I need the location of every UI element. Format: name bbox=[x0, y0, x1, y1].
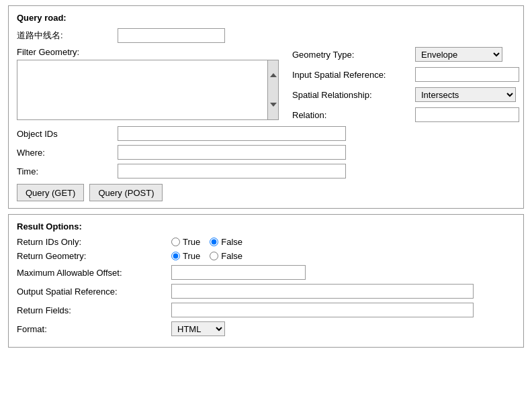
output-spatial-ref-input[interactable] bbox=[171, 284, 474, 299]
return-geometry-true-radio[interactable] bbox=[171, 252, 180, 260]
time-input[interactable] bbox=[118, 164, 346, 178]
return-geometry-radio-group: True False bbox=[171, 251, 242, 261]
return-geometry-false-label[interactable]: False bbox=[210, 251, 242, 261]
geometry-type-row: Geometry Type: Envelope Point Multipoint… bbox=[292, 47, 519, 62]
object-ids-row: Object IDs bbox=[17, 126, 515, 141]
where-input[interactable] bbox=[118, 145, 346, 160]
time-label: Time: bbox=[17, 166, 118, 176]
query-road-section: Query road: 道路中线名: Filter Geometry: Geom… bbox=[8, 5, 524, 209]
time-row: Time: bbox=[17, 164, 515, 178]
geometry-type-select[interactable]: Envelope Point Multipoint Polyline Polyg… bbox=[415, 47, 502, 62]
road-name-input[interactable] bbox=[118, 28, 225, 43]
relation-label: Relation: bbox=[292, 110, 410, 120]
return-ids-only-row: Return IDs Only: True False bbox=[17, 237, 515, 247]
geometry-type-label: Geometry Type: bbox=[292, 50, 410, 60]
max-offset-row: Maximum Allowable Offset: bbox=[17, 265, 515, 280]
spatial-relationship-label: Spatial Relationship: bbox=[292, 90, 410, 100]
result-options-section: Result Options: Return IDs Only: True Fa… bbox=[8, 214, 524, 348]
return-ids-only-true-text: True bbox=[183, 237, 200, 247]
output-spatial-ref-label: Output Spatial Reference: bbox=[17, 287, 171, 297]
road-name-label: 道路中线名: bbox=[17, 30, 118, 42]
spatial-relationship-row: Spatial Relationship: Intersects Contain… bbox=[292, 87, 519, 102]
format-row: Format: HTML JSON JSONP AMF bbox=[17, 321, 515, 336]
return-ids-only-false-radio[interactable] bbox=[210, 238, 218, 246]
result-options-title: Result Options: bbox=[17, 221, 515, 232]
relation-row: Relation: bbox=[292, 107, 519, 122]
road-name-row: 道路中线名: bbox=[17, 28, 515, 43]
object-ids-input[interactable] bbox=[118, 126, 346, 141]
input-spatial-ref-label: Input Spatial Reference: bbox=[292, 70, 410, 80]
return-fields-input[interactable] bbox=[171, 303, 474, 317]
filter-right: Geometry Type: Envelope Point Multipoint… bbox=[292, 47, 519, 122]
max-offset-label: Maximum Allowable Offset: bbox=[17, 268, 171, 278]
format-select[interactable]: HTML JSON JSONP AMF bbox=[171, 321, 225, 336]
return-geometry-row: Return Geometry: True False bbox=[17, 251, 515, 261]
input-spatial-ref-input[interactable] bbox=[415, 67, 519, 82]
return-fields-label: Return Fields: bbox=[17, 305, 171, 315]
query-road-title: Query road: bbox=[17, 13, 515, 23]
where-row: Where: bbox=[17, 145, 515, 160]
return-ids-only-false-label[interactable]: False bbox=[210, 237, 242, 247]
input-spatial-ref-row: Input Spatial Reference: bbox=[292, 67, 519, 82]
return-ids-only-true-radio[interactable] bbox=[171, 238, 180, 246]
scroll-up-arrow[interactable] bbox=[270, 73, 277, 77]
max-offset-input[interactable] bbox=[171, 265, 306, 280]
filter-left: Filter Geometry: bbox=[17, 47, 279, 120]
return-fields-row: Return Fields: bbox=[17, 303, 515, 317]
filter-textarea-wrapper bbox=[17, 60, 279, 120]
filter-geometry-input[interactable] bbox=[17, 60, 278, 119]
scroll-down-arrow[interactable] bbox=[270, 103, 277, 107]
return-ids-only-true-label[interactable]: True bbox=[171, 237, 200, 247]
spatial-relationship-select[interactable]: Intersects Contains Crosses EnvelopeInte… bbox=[415, 87, 516, 102]
return-geometry-true-label[interactable]: True bbox=[171, 251, 200, 261]
return-ids-only-label: Return IDs Only: bbox=[17, 237, 171, 247]
return-geometry-false-radio[interactable] bbox=[210, 252, 218, 260]
return-geometry-false-text: False bbox=[221, 251, 242, 261]
format-label: Format: bbox=[17, 324, 171, 334]
filter-geometry-label: Filter Geometry: bbox=[17, 47, 279, 57]
relation-input[interactable] bbox=[415, 107, 519, 122]
filter-geometry-area: Filter Geometry: Geometry Type: Envelope… bbox=[17, 47, 515, 122]
query-post-button[interactable]: Query (POST) bbox=[89, 184, 163, 201]
return-ids-only-false-text: False bbox=[221, 237, 242, 247]
return-geometry-true-text: True bbox=[183, 251, 200, 261]
scrollbar bbox=[267, 60, 278, 119]
object-ids-label: Object IDs bbox=[17, 129, 118, 139]
where-label: Where: bbox=[17, 148, 118, 158]
return-geometry-label: Return Geometry: bbox=[17, 251, 171, 261]
query-buttons-row: Query (GET) Query (POST) bbox=[17, 184, 515, 201]
return-ids-only-radio-group: True False bbox=[171, 237, 242, 247]
output-spatial-ref-row: Output Spatial Reference: bbox=[17, 284, 515, 299]
query-get-button[interactable]: Query (GET) bbox=[17, 184, 84, 201]
